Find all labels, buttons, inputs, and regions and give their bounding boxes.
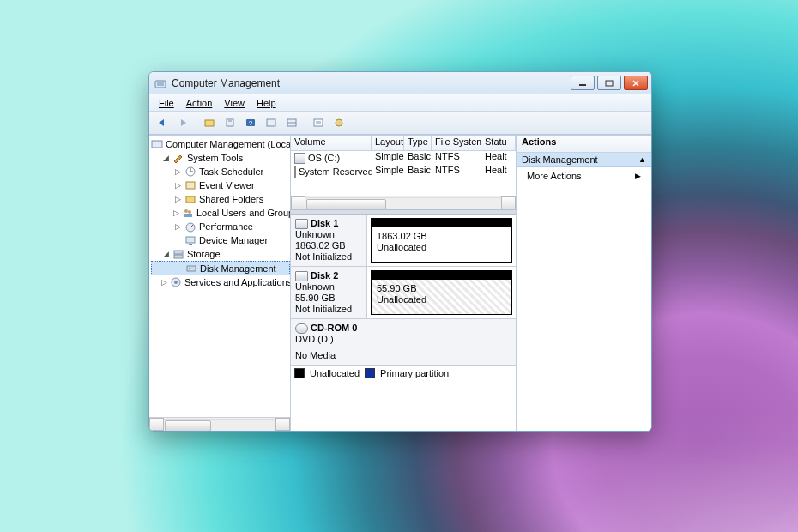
tree-scrollbar[interactable]	[149, 417, 290, 431]
volume-icon	[294, 153, 305, 164]
expand-icon[interactable]: ▷	[173, 222, 182, 231]
legend-label: Unallocated	[310, 368, 360, 378]
disk-info: Disk 1 Unknown 1863.02 GB Not Initialize…	[291, 215, 367, 266]
actions-more[interactable]: More Actions ▶	[517, 167, 651, 184]
scroll-right-button[interactable]	[275, 418, 290, 431]
actions-header: Actions	[517, 136, 651, 153]
expand-icon[interactable]: ▷	[173, 167, 182, 176]
svg-rect-30	[189, 244, 192, 245]
scroll-left-button[interactable]	[149, 418, 164, 431]
expand-icon[interactable]: ▷	[161, 278, 167, 287]
svg-rect-6	[205, 120, 214, 126]
col-status[interactable]: Statu	[481, 136, 516, 150]
scroll-track[interactable]	[164, 419, 275, 431]
volume-list: OS (C:) Simple Basic NTFS Healt System R…	[291, 151, 516, 196]
svg-point-34	[189, 268, 190, 269]
volume-header: Volume Layout Type File System Statu	[291, 136, 516, 151]
collapse-icon: ▲	[638, 155, 646, 164]
tree-system-tools[interactable]: ◢ System Tools	[151, 151, 290, 165]
col-layout[interactable]: Layout	[372, 136, 404, 150]
partition-area: 55.90 GB Unallocated	[367, 267, 516, 318]
app-icon	[154, 77, 166, 89]
volume-row[interactable]: OS (C:) Simple Basic NTFS Healt	[291, 151, 516, 165]
scroll-track[interactable]	[305, 197, 501, 209]
expand-icon[interactable]: ▷	[173, 209, 179, 217]
tree-disk-management[interactable]: Disk Management	[151, 261, 290, 275]
scroll-left-button[interactable]	[291, 196, 305, 209]
center-pane: Volume Layout Type File System Statu OS …	[291, 136, 517, 431]
menu-file[interactable]: File	[153, 96, 180, 110]
close-button[interactable]	[624, 76, 648, 90]
col-type[interactable]: Type	[404, 136, 432, 150]
tree-event-viewer[interactable]: ▷ Event Viewer	[151, 178, 290, 192]
svg-point-17	[336, 119, 342, 126]
col-volume[interactable]: Volume	[291, 136, 372, 150]
up-button[interactable]	[200, 113, 219, 132]
partition-unallocated[interactable]: 1863.02 GB Unallocated	[371, 218, 512, 263]
tree-pane: Computer Management (Local) ◢ System Too…	[149, 136, 291, 431]
menu-help[interactable]: Help	[251, 96, 282, 110]
maximize-button[interactable]	[597, 76, 621, 90]
view-button[interactable]	[282, 113, 301, 132]
tree-shared-folders[interactable]: ▷ Shared Folders	[151, 192, 290, 206]
tree-storage[interactable]: ◢ Storage	[151, 247, 290, 261]
disk-row-cdrom[interactable]: CD-ROM 0 DVD (D:) No Media	[291, 319, 516, 366]
forward-button[interactable]	[173, 113, 192, 132]
minimize-button[interactable]	[571, 76, 595, 90]
disk-icon	[295, 219, 308, 229]
svg-rect-22	[186, 182, 195, 189]
tree-performance[interactable]: ▷ Performance	[151, 220, 290, 233]
volume-icon	[294, 166, 296, 178]
settings-button[interactable]	[329, 113, 348, 132]
help-button[interactable]: ?	[241, 113, 260, 132]
computer-management-window: Computer Management File Action View Hel…	[148, 71, 652, 432]
window-body: Computer Management (Local) ◢ System Too…	[149, 135, 651, 431]
svg-rect-33	[187, 266, 196, 271]
svg-rect-1	[157, 82, 164, 86]
col-filesystem[interactable]: File System	[432, 136, 481, 150]
toolbar: ?	[149, 112, 651, 135]
legend-label: Primary partition	[380, 368, 449, 378]
tree-device-manager[interactable]: Device Manager	[151, 233, 290, 247]
clock-icon	[184, 166, 196, 178]
titlebar[interactable]: Computer Management	[149, 72, 651, 94]
disk-info: Disk 2 Unknown 55.90 GB Not Initialized	[291, 267, 367, 318]
storage-icon	[172, 248, 184, 260]
disk-row-1[interactable]: Disk 1 Unknown 1863.02 GB Not Initialize…	[291, 215, 516, 267]
disk-row-2[interactable]: Disk 2 Unknown 55.90 GB Not Initialized …	[291, 267, 516, 319]
collapse-icon[interactable]: ◢	[161, 250, 170, 258]
action-list-button[interactable]	[309, 113, 328, 132]
toolbar-separator	[305, 115, 305, 130]
svg-rect-31	[174, 251, 183, 254]
tree-local-users[interactable]: ▷ Local Users and Groups	[151, 206, 290, 220]
partition-area: 1863.02 GB Unallocated	[367, 215, 516, 266]
tree-services-apps[interactable]: ▷ Services and Applications	[151, 275, 290, 289]
menu-action[interactable]: Action	[180, 96, 219, 110]
actions-pane: Actions Disk Management ▲ More Actions ▶	[517, 136, 651, 431]
svg-rect-32	[174, 255, 183, 258]
cdrom-icon	[295, 323, 308, 334]
volume-scrollbar[interactable]	[291, 196, 516, 209]
expand-icon[interactable]: ▷	[173, 195, 182, 203]
svg-rect-29	[186, 237, 195, 243]
expand-icon[interactable]: ▷	[173, 181, 182, 190]
legend: Unallocated Primary partition	[291, 366, 516, 380]
partition-color-bar	[372, 219, 511, 227]
partition-unallocated[interactable]: 55.90 GB Unallocated	[371, 270, 512, 315]
scroll-thumb[interactable]	[306, 199, 386, 210]
volume-row[interactable]: System Reserved Simple Basic NTFS Healt	[291, 165, 516, 178]
scroll-right-button[interactable]	[501, 196, 516, 209]
actions-group-disk-management[interactable]: Disk Management ▲	[517, 153, 651, 167]
tree-root[interactable]: Computer Management (Local)	[151, 137, 290, 151]
scroll-thumb[interactable]	[165, 420, 211, 432]
properties-button[interactable]	[221, 113, 239, 132]
tree-task-scheduler[interactable]: ▷ Task Scheduler	[151, 165, 290, 178]
event-icon	[184, 179, 196, 191]
svg-rect-14	[314, 119, 323, 126]
menu-view[interactable]: View	[218, 96, 251, 110]
device-icon	[184, 234, 196, 246]
svg-rect-26	[184, 214, 192, 217]
back-button[interactable]	[153, 113, 172, 132]
collapse-icon[interactable]: ◢	[161, 154, 170, 162]
refresh-button[interactable]	[262, 113, 281, 132]
